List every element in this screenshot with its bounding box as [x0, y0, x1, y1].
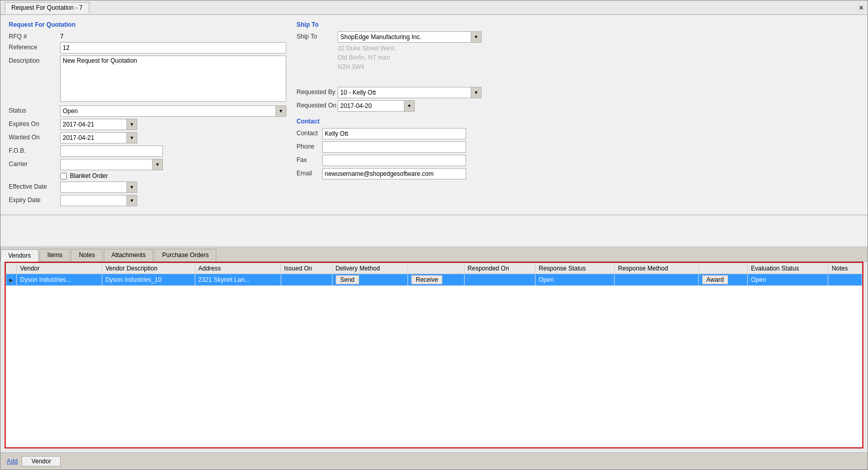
status-dropdown-arrow[interactable]: ▼: [275, 106, 286, 116]
ship-to-section: Ship To Ship To ▼ 32 Duke Street West, O…: [297, 21, 859, 112]
reference-field[interactable]: [60, 42, 286, 53]
expires-on-calendar-icon[interactable]: ▼: [126, 119, 137, 130]
close-button[interactable]: ×: [859, 4, 863, 12]
carrier-input[interactable]: [61, 159, 152, 170]
wanted-on-picker[interactable]: ▼: [60, 132, 137, 143]
col-delivery-action: [408, 263, 465, 274]
col-issued-on: Issued On: [281, 263, 332, 274]
status-field[interactable]: ▼: [60, 105, 286, 117]
requested-by-select[interactable]: ▼: [338, 87, 482, 98]
receive-button[interactable]: Receive: [411, 275, 442, 284]
row-indicator: ▶: [6, 274, 17, 286]
tab-purchase-orders[interactable]: Purchase Orders: [154, 249, 216, 261]
tab-notes[interactable]: Notes: [71, 249, 102, 261]
col-address: Address: [195, 263, 281, 274]
award-button-cell[interactable]: Award: [698, 274, 748, 286]
contact-label: Contact: [297, 128, 322, 137]
grid-header-row: Vendor Vendor Description Address Issued…: [6, 263, 862, 274]
requested-by-label: Requested By: [297, 87, 338, 96]
fax-input[interactable]: [322, 155, 466, 166]
expiry-date-label: Expiry Date: [9, 195, 60, 204]
description-field[interactable]: New Request for Quotation: [60, 56, 286, 103]
reference-label: Reference: [9, 42, 60, 51]
vendor-description-cell: Dyson Industries_10: [102, 274, 195, 286]
vendors-grid: Vendor Vendor Description Address Issued…: [5, 262, 863, 448]
effective-date-picker[interactable]: ▼: [60, 182, 137, 193]
rfq-number-row: RFQ # 7: [9, 31, 286, 40]
expires-on-picker[interactable]: ▼: [60, 119, 137, 130]
send-button-cell[interactable]: Send: [332, 274, 408, 286]
status-input[interactable]: [61, 106, 275, 116]
window-tab[interactable]: Request For Quotation - 7: [5, 2, 89, 13]
carrier-row: Carrier ▼: [9, 159, 286, 170]
wanted-on-row: Wanted On ▼: [9, 132, 286, 143]
status-label: Status: [9, 105, 60, 114]
reference-input[interactable]: [60, 42, 286, 53]
status-row: Status ▼: [9, 105, 286, 117]
phone-input[interactable]: [322, 141, 466, 153]
ship-to-address: 32 Duke Street West, Old Berlin, NT man …: [338, 44, 482, 71]
expires-on-input[interactable]: [61, 119, 126, 130]
requested-on-label: Requested On: [297, 100, 338, 109]
fax-label: Fax: [297, 155, 322, 164]
form-area: Request For Quotation RFQ # 7 Reference …: [1, 15, 867, 215]
requested-on-input[interactable]: [338, 101, 404, 111]
notes-cell: [828, 274, 862, 286]
tabs-bar: Vendors Items Notes Attachments Purchase…: [1, 247, 867, 262]
main-window: Request For Quotation - 7 × Request For …: [0, 0, 868, 470]
fob-label: F.O.B.: [9, 146, 60, 154]
requested-by-dropdown-arrow[interactable]: ▼: [471, 87, 481, 98]
ship-to-label: Ship To: [297, 31, 338, 40]
ship-to-input[interactable]: [338, 32, 471, 42]
description-label: Description: [9, 56, 60, 64]
description-textarea[interactable]: New Request for Quotation: [60, 56, 286, 102]
tab-items[interactable]: Items: [40, 249, 70, 261]
ship-to-dropdown-arrow[interactable]: ▼: [471, 32, 481, 42]
requested-on-picker[interactable]: ▼: [338, 100, 415, 112]
receive-button-cell[interactable]: Receive: [408, 274, 465, 286]
col-vendor: Vendor: [17, 263, 102, 274]
requested-on-calendar-icon[interactable]: ▼: [404, 101, 414, 111]
email-input[interactable]: [322, 168, 466, 179]
wanted-on-label: Wanted On: [9, 132, 60, 141]
title-bar: Request For Quotation - 7 ×: [1, 1, 867, 15]
phone-label: Phone: [297, 141, 322, 150]
effective-date-calendar-icon[interactable]: ▼: [126, 182, 137, 192]
carrier-dropdown-arrow[interactable]: ▼: [152, 159, 162, 170]
responded-on-cell: [464, 274, 535, 286]
col-arrow: [6, 263, 17, 274]
response-status-cell: Open: [535, 274, 615, 286]
blanket-order-label: Blanket Order: [70, 172, 108, 179]
ship-to-row: Ship To ▼ 32 Duke Street West, Old Berli…: [297, 31, 859, 71]
requested-by-input[interactable]: [338, 87, 471, 98]
status-select[interactable]: ▼: [60, 105, 286, 117]
tabs-area: Vendors Items Notes Attachments Purchase…: [1, 246, 867, 469]
tab-attachments[interactable]: Attachments: [104, 249, 154, 261]
rfq-number-value: 7: [60, 31, 64, 40]
fob-input[interactable]: [60, 146, 163, 157]
award-button[interactable]: Award: [702, 275, 729, 284]
ship-to-section-title: Ship To: [297, 21, 859, 28]
wanted-on-calendar-icon[interactable]: ▼: [126, 133, 137, 143]
contact-row: Contact: [297, 128, 859, 139]
contact-input[interactable]: [322, 128, 466, 139]
fax-row: Fax: [297, 155, 859, 166]
expiry-date-calendar-icon[interactable]: ▼: [126, 195, 137, 206]
col-delivery-method: Delivery Method: [332, 263, 408, 274]
carrier-select[interactable]: ▼: [60, 159, 163, 170]
expires-on-row: Expires On ▼: [9, 119, 286, 130]
rfq-section-title: Request For Quotation: [9, 21, 286, 28]
send-button[interactable]: Send: [336, 275, 359, 284]
wanted-on-input[interactable]: [61, 133, 126, 143]
expiry-date-input[interactable]: [61, 195, 126, 206]
ship-to-select[interactable]: ▼: [338, 31, 482, 43]
add-link[interactable]: Add: [7, 458, 17, 465]
expires-on-label: Expires On: [9, 119, 60, 128]
table-row[interactable]: ▶ Dyson Industries... Dyson Industries_1…: [6, 274, 862, 286]
blanket-order-checkbox[interactable]: [60, 173, 67, 179]
address-cell: 2321 Skynet Lan...: [195, 274, 281, 286]
expiry-date-picker[interactable]: ▼: [60, 195, 137, 206]
tab-vendors[interactable]: Vendors: [1, 249, 39, 262]
effective-date-input[interactable]: [61, 182, 126, 192]
vendor-button[interactable]: Vendor: [22, 456, 61, 466]
